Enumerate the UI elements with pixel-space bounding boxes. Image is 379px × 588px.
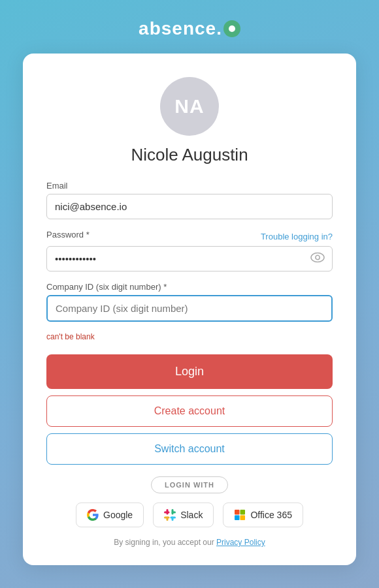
svg-rect-9 [171, 517, 176, 519]
svg-point-1 [316, 255, 320, 259]
slack-label: Slack [180, 510, 203, 520]
avatar: NA [160, 77, 219, 136]
office365-icon [234, 509, 246, 521]
company-input[interactable] [46, 295, 333, 322]
email-input[interactable] [46, 194, 333, 219]
svg-point-0 [311, 253, 324, 262]
email-input-wrap [46, 194, 333, 219]
google-icon [87, 509, 99, 521]
company-label: Company ID (six digit number) * [46, 282, 333, 292]
logo-header: absence. [139, 18, 240, 39]
slack-login-button[interactable]: Slack [153, 503, 214, 527]
google-login-button[interactable]: Google [76, 503, 144, 527]
policy-text: By signing in, you accept our Privacy Po… [46, 538, 333, 547]
switch-account-button[interactable]: Switch account [46, 433, 333, 465]
svg-rect-5 [164, 517, 170, 519]
login-button[interactable]: Login [46, 354, 333, 389]
company-error-message: can't be blank [46, 332, 333, 341]
trouble-link[interactable]: Trouble logging in? [261, 232, 333, 241]
svg-rect-3 [164, 512, 170, 514]
slack-icon [164, 509, 176, 521]
password-input[interactable] [46, 246, 333, 271]
privacy-policy-link[interactable]: Privacy Policy [216, 538, 265, 547]
svg-rect-11 [240, 510, 246, 515]
login-card: NA Nicole Augustin Email Password * Trou… [23, 54, 356, 565]
logo-dot-inner [229, 25, 235, 32]
login-with-label: LOGIN WITH [151, 476, 228, 493]
avatar-initials: NA [174, 95, 204, 117]
password-section: Password * Trouble logging in? [46, 230, 333, 271]
email-label: Email [46, 181, 333, 191]
svg-rect-10 [235, 510, 240, 515]
user-name: Nicole Augustin [46, 145, 333, 165]
svg-rect-12 [235, 516, 240, 521]
company-section: Company ID (six digit number) * can't be… [46, 282, 333, 341]
password-label-row: Password * Trouble logging in? [46, 230, 333, 243]
google-label: Google [103, 510, 133, 520]
svg-rect-7 [172, 509, 174, 515]
eye-icon[interactable] [310, 252, 325, 266]
company-input-wrap [46, 295, 333, 322]
logo-text: absence. [139, 18, 222, 39]
avatar-wrap: NA [46, 77, 333, 136]
logo-dot-icon [223, 20, 240, 37]
office365-label: Office 365 [250, 510, 292, 520]
svg-rect-13 [240, 516, 246, 521]
login-with-section: LOGIN WITH [46, 476, 333, 493]
create-account-button[interactable]: Create account [46, 395, 333, 427]
email-section: Email [46, 181, 333, 219]
password-label: Password * [46, 230, 90, 240]
social-buttons-row: Google Slack [46, 503, 333, 527]
office365-login-button[interactable]: Office 365 [223, 503, 303, 527]
password-input-wrap [46, 246, 333, 271]
